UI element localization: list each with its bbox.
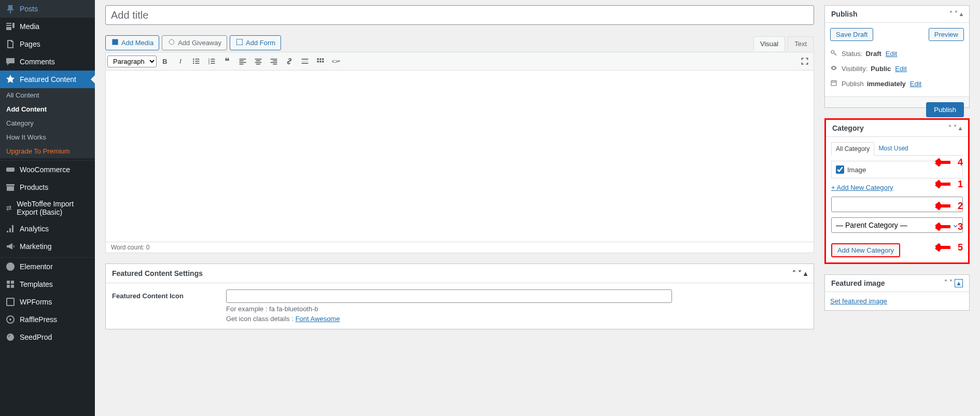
svg-point-12 <box>193 63 194 64</box>
tab-most-used[interactable]: Most Used <box>874 142 912 155</box>
transfer-icon <box>5 203 12 213</box>
parent-category-select[interactable]: — Parent Category — <box>831 217 963 233</box>
format-select[interactable]: Paragraph <box>107 56 157 67</box>
submenu-all-content[interactable]: All Content <box>0 88 95 102</box>
align-right-button[interactable] <box>267 54 281 68</box>
sidebar-item-pages[interactable]: Pages <box>0 35 95 53</box>
add-giveaway-button[interactable]: Add Giveaway <box>162 35 227 50</box>
right-sidebar: Publish ˄˅▴ Save Draft Preview Status: D… <box>824 0 980 416</box>
add-media-button[interactable]: Add Media <box>105 35 159 50</box>
svg-rect-24 <box>255 59 262 60</box>
megaphone-icon <box>5 241 16 252</box>
sidebar-item-posts[interactable]: Posts <box>0 0 95 18</box>
featured-image-header[interactable]: Featured image ˄˅▴ <box>825 275 969 292</box>
toggle-icon[interactable]: ▴ <box>959 124 962 132</box>
add-new-category-link[interactable]: + Add New Category <box>831 184 893 191</box>
sidebar-item-woocommerce[interactable]: WooCommerce <box>0 161 95 178</box>
sidebar-item-wpforms[interactable]: WPForms <box>0 293 95 311</box>
sidebar-item-products[interactable]: Products <box>0 178 95 196</box>
sidebar-item-rafflepress[interactable]: RafflePress <box>0 311 95 328</box>
bullet-list-button[interactable] <box>189 54 203 68</box>
svg-rect-23 <box>240 64 244 65</box>
svg-rect-15 <box>211 59 215 60</box>
sidebar-label: Featured Content <box>20 75 76 84</box>
bold-button[interactable]: B <box>158 54 172 68</box>
publish-header[interactable]: Publish ˄˅▴ <box>825 6 969 23</box>
metabox-header[interactable]: Featured Content Settings ˄ ˅ ▴ <box>106 264 814 283</box>
publish-button[interactable]: Publish <box>926 102 964 117</box>
category-item-image[interactable]: Image <box>836 165 958 174</box>
add-new-category-button[interactable]: Add New Category <box>831 243 900 257</box>
category-checkbox[interactable] <box>836 165 844 174</box>
editor-body[interactable] <box>106 71 814 242</box>
sidebar-item-analytics[interactable]: Analytics <box>0 220 95 238</box>
font-awesome-link[interactable]: Font Awesome <box>296 315 340 323</box>
move-down-icon[interactable]: ˅ <box>954 124 957 132</box>
sidebar-label: Analytics <box>20 225 49 233</box>
edit-status-link[interactable]: Edit <box>886 50 897 58</box>
sidebar-item-webtoffee[interactable]: WebToffee Import Export (Basic) <box>0 196 95 220</box>
edit-schedule-link[interactable]: Edit <box>910 80 921 88</box>
tab-visual[interactable]: Visual <box>753 36 785 51</box>
number-list-button[interactable]: 123 <box>204 54 219 68</box>
svg-rect-27 <box>256 64 260 65</box>
sidebar-label: Templates <box>20 280 53 288</box>
sidebar-item-elementor[interactable]: Elementor <box>0 258 95 275</box>
toolbar-toggle-button[interactable] <box>313 54 328 68</box>
move-up-icon[interactable]: ˄ <box>944 279 947 287</box>
sidebar-item-media[interactable]: Media <box>0 18 95 35</box>
move-up-icon[interactable]: ˄ <box>949 10 953 18</box>
link-button[interactable] <box>282 54 297 68</box>
svg-point-10 <box>193 61 194 62</box>
edit-visibility-link[interactable]: Edit <box>895 65 906 73</box>
sidebar-item-comments[interactable]: Comments <box>0 53 95 71</box>
move-down-icon[interactable]: ˅ <box>949 279 953 287</box>
svg-rect-35 <box>317 58 319 60</box>
templates-icon <box>5 279 16 289</box>
fullscreen-button[interactable] <box>797 54 812 68</box>
new-category-name-input[interactable] <box>831 197 963 212</box>
move-down-icon[interactable]: ˅ <box>955 10 958 18</box>
toggle-icon[interactable]: ▴ <box>960 10 963 18</box>
sidebar-item-seedprod[interactable]: SeedProd <box>0 328 95 346</box>
category-header[interactable]: Category ˄˅▴ <box>826 120 968 137</box>
blockquote-button[interactable]: ❝ <box>220 54 234 68</box>
svg-rect-30 <box>271 62 277 63</box>
media-icon <box>5 21 16 32</box>
sidebar-item-featured-content[interactable]: Featured Content <box>0 71 95 88</box>
elementor-icon <box>5 261 16 272</box>
preview-button[interactable]: Preview <box>929 28 964 41</box>
toggle-icon[interactable]: ▴ <box>804 269 807 278</box>
set-featured-image-link[interactable]: Set featured image <box>830 297 887 305</box>
sidebar-item-marketing[interactable]: Marketing <box>0 238 95 255</box>
submenu-how-it-works[interactable]: How It Works <box>0 130 95 144</box>
submenu-category[interactable]: Category <box>0 116 95 130</box>
svg-rect-7 <box>236 39 242 45</box>
svg-point-8 <box>193 59 194 60</box>
icon-input[interactable] <box>226 289 672 303</box>
chart-icon <box>5 224 16 234</box>
move-up-icon[interactable]: ˄ <box>948 124 951 132</box>
seed-icon <box>5 332 16 342</box>
tab-text[interactable]: Text <box>788 36 814 51</box>
save-draft-button[interactable]: Save Draft <box>830 28 873 41</box>
insert-more-button[interactable] <box>298 54 312 68</box>
sidebar-label: Pages <box>20 40 40 48</box>
sidebar-label: WebToffee Import Export (Basic) <box>17 200 91 216</box>
submenu-upgrade[interactable]: Upgrade To Premium <box>0 144 95 158</box>
code-button[interactable]: <>▾ <box>329 54 343 68</box>
move-down-icon[interactable]: ˅ <box>798 269 802 278</box>
add-form-button[interactable]: Add Form <box>230 35 281 50</box>
italic-button[interactable]: I <box>173 54 188 68</box>
align-left-button[interactable] <box>235 54 250 68</box>
move-up-icon[interactable]: ˄ <box>792 269 796 278</box>
sidebar-item-templates[interactable]: Templates <box>0 275 95 293</box>
submenu-add-content[interactable]: Add Content <box>0 102 95 116</box>
toggle-icon[interactable]: ▴ <box>955 279 963 287</box>
svg-rect-17 <box>211 61 215 62</box>
category-tabs: All Category Most Used <box>831 142 963 156</box>
post-title-input[interactable] <box>105 5 814 25</box>
align-center-button[interactable] <box>251 54 265 68</box>
svg-rect-20 <box>240 59 246 60</box>
tab-all-category[interactable]: All Category <box>831 142 874 156</box>
